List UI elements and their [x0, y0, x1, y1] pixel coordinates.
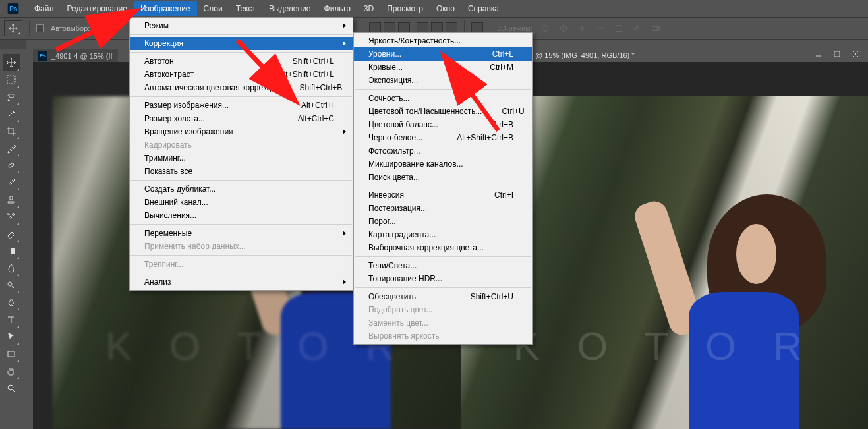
- menu-выделение[interactable]: Выделение: [262, 1, 318, 16]
- scale-icon[interactable]: [613, 22, 625, 34]
- maximize-button[interactable]: [830, 49, 844, 59]
- pan-icon[interactable]: [576, 22, 588, 34]
- minimize-button[interactable]: [811, 49, 826, 59]
- image-menu-item-label: Анализ: [144, 277, 171, 287]
- adjust-menu-item-17[interactable]: Выборочная коррекция цвета...: [354, 241, 532, 254]
- image-menu-item-13[interactable]: Показать все: [130, 165, 353, 178]
- image-menu-item-9[interactable]: Размер холста...Alt+Ctrl+C: [130, 112, 353, 125]
- menu-слои[interactable]: Слои: [197, 1, 229, 16]
- image-menu-item-16[interactable]: Внешний канал...: [130, 196, 353, 209]
- crop-tool-icon[interactable]: [3, 123, 20, 140]
- menu-справка[interactable]: Справка: [461, 1, 506, 16]
- marquee-tool-icon[interactable]: [3, 71, 20, 88]
- path-select-tool-icon[interactable]: [3, 328, 20, 345]
- menu-окно[interactable]: Окно: [430, 1, 461, 16]
- adjust-menu-item-13[interactable]: ИнверсияCtrl+I: [354, 188, 532, 202]
- adjust-menu-item-shortcut: Ctrl+I: [494, 190, 513, 200]
- adjust-menu-item-22[interactable]: ОбесцветитьShift+Ctrl+U: [354, 290, 532, 303]
- image-menu-separator: [130, 34, 352, 35]
- image-menu-item-2[interactable]: Коррекция: [130, 37, 353, 50]
- move-tool-preset-icon[interactable]: [4, 20, 22, 36]
- adjust-menu-item-7[interactable]: Цветовой баланс...Ctrl+B: [354, 118, 532, 131]
- blur-tool-icon[interactable]: [3, 260, 20, 277]
- adjust-menu-item-1[interactable]: Уровни...Ctrl+L: [354, 47, 532, 61]
- image-menu-item-5[interactable]: АвтоконтрастAlt+Shift+Ctrl+L: [130, 68, 353, 81]
- brush-tool-icon[interactable]: [3, 174, 20, 191]
- image-menu-item-6[interactable]: Автоматическая цветовая коррекцияShift+C…: [130, 81, 353, 94]
- svg-text:Ps: Ps: [9, 5, 18, 13]
- adjust-menu-item-8[interactable]: Черно-белое...Alt+Shift+Ctrl+B: [354, 131, 532, 144]
- camera-icon[interactable]: [650, 22, 662, 34]
- adjust-menu-item-11[interactable]: Поиск цвета...: [354, 171, 532, 184]
- eyedropper-tool-icon[interactable]: [3, 140, 20, 157]
- image-menu-item-19[interactable]: Переменные: [130, 227, 353, 240]
- menu-просмотр[interactable]: Просмотр: [380, 1, 430, 16]
- image-menu-separator: [130, 255, 352, 256]
- image-menu-item-20: Применить набор данных...: [130, 240, 353, 253]
- roll-icon[interactable]: [558, 22, 569, 34]
- adjust-menu-item-shortcut: Ctrl+B: [491, 120, 513, 129]
- dodge-tool-icon[interactable]: [3, 277, 20, 294]
- pen-tool-icon[interactable]: [3, 294, 20, 311]
- adjust-menu-item-label: Поиск цвета...: [368, 173, 420, 182]
- menu-фильтр[interactable]: Фильтр: [318, 1, 357, 16]
- light-icon[interactable]: [631, 22, 643, 34]
- gradient-tool-icon[interactable]: [3, 243, 20, 260]
- svg-rect-8: [9, 163, 14, 167]
- adjust-menu-item-5[interactable]: Сочность...: [354, 92, 532, 105]
- menu-текст[interactable]: Текст: [229, 1, 262, 16]
- svg-rect-12: [8, 351, 14, 357]
- image-menu-item-24[interactable]: Анализ: [130, 275, 353, 289]
- adjust-menu-item-3[interactable]: Экспозиция...: [354, 74, 532, 87]
- stamp-tool-icon[interactable]: [3, 191, 20, 208]
- adjust-menu-item-20[interactable]: Тонирование HDR...: [354, 272, 532, 285]
- image-menu-separator: [130, 224, 352, 225]
- eraser-tool-icon[interactable]: [3, 225, 20, 243]
- adjust-menu-item-14[interactable]: Постеризация...: [354, 202, 532, 215]
- lasso-tool-icon[interactable]: [3, 88, 20, 105]
- autoselect-label: Автовыбор:: [51, 24, 90, 32]
- menu-3d[interactable]: 3D: [357, 1, 380, 16]
- submenu-arrow-icon: [343, 279, 346, 285]
- wand-tool-icon[interactable]: [3, 105, 20, 123]
- image-menu-item-label: Автотон: [144, 57, 174, 66]
- orbit-icon[interactable]: [539, 22, 551, 34]
- heal-tool-icon[interactable]: [3, 157, 20, 174]
- image-menu-item-17[interactable]: Вычисления...: [130, 209, 353, 222]
- adjust-menu-item-0[interactable]: Яркость/Контрастность...: [354, 34, 532, 47]
- adjust-menu-item-15[interactable]: Порог...: [354, 215, 532, 228]
- image-menu-item-4[interactable]: АвтотонShift+Ctrl+L: [130, 55, 353, 68]
- ruler-corner: [0, 40, 26, 49]
- adjust-menu-item-label: Порог...: [368, 217, 396, 226]
- slide-icon[interactable]: [594, 22, 606, 34]
- image-menu-separator: [130, 96, 352, 97]
- image-menu-item-8[interactable]: Размер изображения...Alt+Ctrl+I: [130, 99, 353, 112]
- adjust-menu-item-2[interactable]: Кривые...Ctrl+M: [354, 61, 532, 74]
- history-brush-tool-icon[interactable]: [3, 208, 20, 225]
- image-menu-item-12[interactable]: Тримминг...: [130, 152, 353, 165]
- menu-файл[interactable]: Файл: [28, 1, 61, 16]
- adjust-menu-item-19[interactable]: Тени/Света...: [354, 259, 532, 272]
- type-tool-icon[interactable]: [3, 311, 20, 328]
- adjust-menu-item-10[interactable]: Микширование каналов...: [354, 157, 532, 171]
- adjust-menu-item-6[interactable]: Цветовой тон/Насыщенность...Ctrl+U: [354, 105, 532, 118]
- image-menu-item-0[interactable]: Режим: [130, 19, 353, 32]
- menu-изображение[interactable]: Изображение: [134, 1, 197, 16]
- autoselect-dropdown[interactable]: группа: [96, 24, 119, 32]
- close-button[interactable]: [848, 49, 863, 59]
- zoom-tool-icon[interactable]: [3, 380, 20, 397]
- menu-редактирование[interactable]: Редактирование: [61, 1, 134, 16]
- move-tool-icon[interactable]: [3, 54, 20, 71]
- adjust-menu-item-label: Выборочная коррекция цвета...: [368, 243, 484, 252]
- hand-tool-icon[interactable]: [3, 362, 20, 380]
- image-menu-item-10[interactable]: Вращение изображения: [130, 125, 353, 138]
- image-menu-item-label: Размер холста...: [144, 114, 205, 123]
- adjust-menu-item-label: Постеризация...: [368, 204, 427, 213]
- adjust-menu-item-16[interactable]: Карта градиента...: [354, 228, 532, 241]
- adjust-menu-item-label: Экспозиция...: [368, 76, 418, 85]
- adjust-menu-item-9[interactable]: Фотофильтр...: [354, 144, 532, 157]
- rectangle-tool-icon[interactable]: [3, 345, 20, 362]
- autoselect-checkbox[interactable]: [36, 24, 44, 32]
- document-tab[interactable]: Ps _4901-4 @ 15% (II: [33, 49, 118, 62]
- image-menu-item-15[interactable]: Создать дубликат...: [130, 183, 353, 196]
